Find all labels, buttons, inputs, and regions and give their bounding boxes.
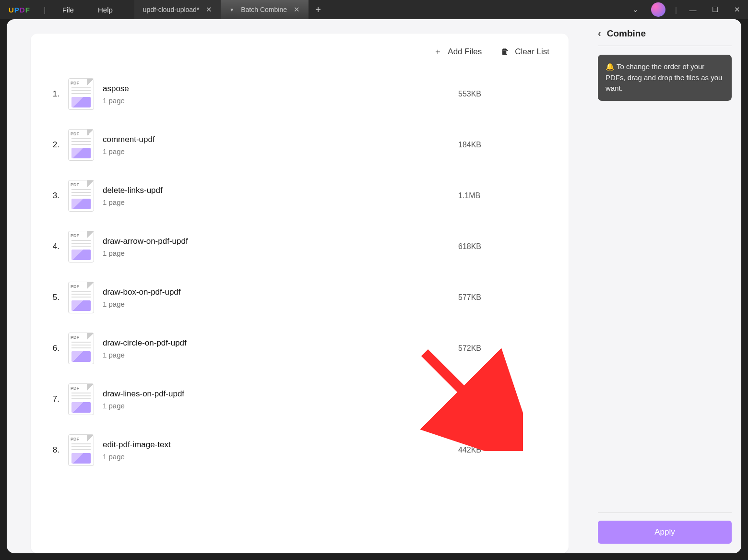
file-pages: 1 page xyxy=(103,300,450,308)
file-pages: 1 page xyxy=(103,147,450,155)
apply-area: Apply xyxy=(598,512,732,544)
menu-help[interactable]: Help xyxy=(86,6,125,14)
tab-bar: updf-cloud-upload* ✕ ▼ Batch Combine ✕ + xyxy=(134,0,624,19)
file-meta: draw-arrow-on-pdf-updf1 page xyxy=(103,237,450,257)
file-meta: draw-circle-on-pdf-updf1 page xyxy=(103,338,450,359)
sidebar-title: Combine xyxy=(607,28,646,39)
file-size: 619KB xyxy=(458,395,554,404)
row-index: 8. xyxy=(45,445,59,455)
file-pages: 1 page xyxy=(103,249,450,257)
file-size: 553KB xyxy=(458,90,554,98)
file-name: draw-box-on-pdf-updf xyxy=(103,287,450,297)
close-button[interactable]: ✕ xyxy=(726,0,748,19)
tab-title: updf-cloud-upload* xyxy=(143,6,200,13)
file-name: comment-updf xyxy=(103,135,450,144)
file-size: 442KB xyxy=(458,446,554,454)
sidebar: ‹ Combine 🔔 To change the order of your … xyxy=(588,19,741,553)
file-pages: 1 page xyxy=(103,453,450,461)
file-row[interactable]: 1.aspose1 page553KB xyxy=(40,69,559,119)
row-index: 4. xyxy=(45,242,59,251)
file-size: 618KB xyxy=(458,242,554,251)
app-logo: UPDF xyxy=(0,6,39,14)
file-row[interactable]: 4.draw-arrow-on-pdf-updf1 page618KB xyxy=(40,221,559,272)
chevron-down-icon[interactable]: ▼ xyxy=(229,7,234,12)
plus-icon: ＋ xyxy=(434,46,442,57)
row-index: 2. xyxy=(45,140,59,150)
separator: | xyxy=(670,6,682,14)
file-pages: 1 page xyxy=(103,198,450,206)
tab-batch-combine[interactable]: ▼ Batch Combine ✕ xyxy=(221,0,309,19)
workspace: ＋ Add Files 🗑 Clear List 1.aspose1 page5… xyxy=(7,19,741,553)
pdf-thumbnail-icon xyxy=(68,180,94,212)
file-size: 1.1MB xyxy=(458,191,554,200)
sidebar-header: ‹ Combine xyxy=(598,28,732,46)
file-meta: draw-box-on-pdf-updf1 page xyxy=(103,287,450,308)
file-name: draw-arrow-on-pdf-updf xyxy=(103,237,450,246)
back-icon[interactable]: ‹ xyxy=(598,28,601,39)
file-name: edit-pdf-image-text xyxy=(103,440,450,450)
minimize-button[interactable]: — xyxy=(682,0,704,19)
file-row[interactable]: 8.edit-pdf-image-text1 page442KB xyxy=(40,425,559,476)
maximize-button[interactable]: ☐ xyxy=(704,0,726,19)
pdf-thumbnail-icon xyxy=(68,78,94,110)
file-name: draw-circle-on-pdf-updf xyxy=(103,338,450,348)
apply-button[interactable]: Apply xyxy=(598,521,732,544)
pdf-thumbnail-icon xyxy=(68,129,94,161)
file-meta: aspose1 page xyxy=(103,84,450,105)
close-icon[interactable]: ✕ xyxy=(206,5,212,14)
tip-box: 🔔 To change the order of your PDFs, drag… xyxy=(598,55,732,101)
chevron-down-icon[interactable]: ⌄ xyxy=(624,0,646,19)
row-index: 1. xyxy=(45,89,59,99)
main-panel: ＋ Add Files 🗑 Clear List 1.aspose1 page5… xyxy=(7,19,588,553)
window-controls: ⌄ | — ☐ ✕ xyxy=(624,0,748,19)
pdf-thumbnail-icon xyxy=(68,231,94,262)
file-row[interactable]: 2.comment-updf1 page184KB xyxy=(40,119,559,170)
file-list: 1.aspose1 page553KB2.comment-updf1 page1… xyxy=(31,69,569,476)
file-meta: delete-links-updf1 page xyxy=(103,186,450,206)
pdf-thumbnail-icon xyxy=(68,333,94,364)
file-meta: comment-updf1 page xyxy=(103,135,450,155)
tab-title: Batch Combine xyxy=(241,6,287,13)
menu-file[interactable]: File xyxy=(50,6,86,14)
titlebar: UPDF | File Help updf-cloud-upload* ✕ ▼ … xyxy=(0,0,748,19)
file-row[interactable]: 3.delete-links-updf1 page1.1MB xyxy=(40,170,559,221)
new-tab-button[interactable]: + xyxy=(309,0,328,19)
pdf-thumbnail-icon xyxy=(68,282,94,313)
add-files-label: Add Files xyxy=(448,47,482,57)
file-meta: edit-pdf-image-text1 page xyxy=(103,440,450,461)
list-toolbar: ＋ Add Files 🗑 Clear List xyxy=(31,43,569,69)
file-name: delete-links-updf xyxy=(103,186,450,195)
file-name: draw-lines-on-pdf-updf xyxy=(103,389,450,399)
row-index: 3. xyxy=(45,191,59,201)
pdf-thumbnail-icon xyxy=(68,434,94,466)
file-meta: draw-lines-on-pdf-updf1 page xyxy=(103,389,450,410)
file-size: 184KB xyxy=(458,141,554,149)
file-name: aspose xyxy=(103,84,450,94)
file-row[interactable]: 5.draw-box-on-pdf-updf1 page577KB xyxy=(40,272,559,323)
clear-list-button[interactable]: 🗑 Clear List xyxy=(501,46,549,57)
add-files-button[interactable]: ＋ Add Files xyxy=(434,46,482,57)
trash-icon: 🗑 xyxy=(501,47,509,57)
file-list-panel: ＋ Add Files 🗑 Clear List 1.aspose1 page5… xyxy=(31,34,569,553)
file-row[interactable]: 6.draw-circle-on-pdf-updf1 page572KB xyxy=(40,323,559,374)
clear-list-label: Clear List xyxy=(515,47,549,57)
separator xyxy=(598,512,732,513)
file-pages: 1 page xyxy=(103,351,450,359)
file-size: 577KB xyxy=(458,293,554,302)
file-row[interactable]: 7.draw-lines-on-pdf-updf1 page619KB xyxy=(40,374,559,425)
tab-updf-cloud-upload[interactable]: updf-cloud-upload* ✕ xyxy=(134,0,221,19)
close-icon[interactable]: ✕ xyxy=(294,5,300,14)
avatar[interactable] xyxy=(651,2,665,17)
file-size: 572KB xyxy=(458,344,554,353)
file-pages: 1 page xyxy=(103,96,450,105)
pdf-thumbnail-icon xyxy=(68,383,94,415)
row-index: 5. xyxy=(45,293,59,302)
separator: | xyxy=(39,6,50,14)
row-index: 7. xyxy=(45,394,59,404)
row-index: 6. xyxy=(45,344,59,353)
file-pages: 1 page xyxy=(103,402,450,410)
